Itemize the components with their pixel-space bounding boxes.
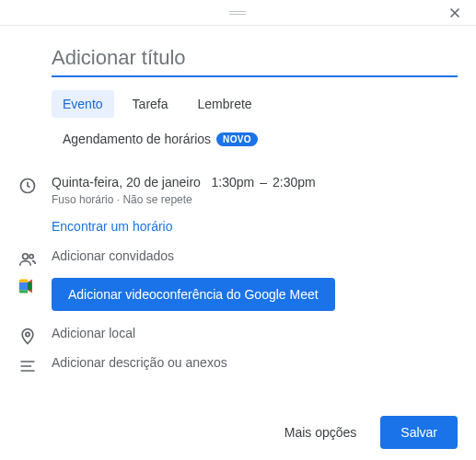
tab-task[interactable]: Tarefa — [122, 90, 180, 118]
description-icon — [18, 357, 37, 375]
end-time: 2:30pm — [273, 175, 316, 190]
svg-point-1 — [23, 254, 29, 259]
svg-point-3 — [26, 332, 29, 336]
clock-icon — [18, 177, 37, 195]
save-button[interactable]: Salvar — [380, 416, 458, 449]
title-input[interactable] — [52, 40, 458, 77]
tab-scheduling-label: Agendamento de horários — [63, 132, 211, 146]
find-time-link[interactable]: Encontrar um horário — [52, 219, 316, 234]
start-time: 1:30pm — [212, 175, 255, 190]
timezone-label: Fuso horário — [52, 193, 113, 206]
tab-scheduling[interactable]: Agendamento de horários NOVO — [52, 125, 269, 153]
description-field[interactable]: Adicionar descrição ou anexos — [52, 355, 227, 370]
tab-reminder[interactable]: Lembrete — [187, 90, 263, 118]
add-meet-button[interactable]: Adicionar videoconferência do Google Mee… — [52, 278, 335, 311]
guests-field[interactable]: Adicionar convidados — [52, 248, 174, 263]
event-date: Quinta-feira, 20 de janeiro — [52, 175, 201, 190]
time-separator: – — [260, 175, 267, 190]
more-options-button[interactable]: Mais opções — [272, 416, 370, 449]
recurrence-label: Não se repete — [122, 193, 192, 206]
date-time-line[interactable]: Quinta-feira, 20 de janeiro 1:30pm–2:30p… — [52, 175, 316, 190]
location-icon — [18, 328, 37, 346]
tab-event[interactable]: Evento — [52, 90, 114, 118]
close-button[interactable] — [443, 1, 467, 25]
drag-handle[interactable] — [229, 8, 248, 17]
timezone-recurrence[interactable]: Fuso horário · Não se repete — [52, 193, 316, 206]
people-icon — [18, 250, 37, 269]
meet-icon — [18, 278, 37, 294]
svg-point-2 — [29, 255, 33, 259]
new-badge: NOVO — [216, 132, 258, 146]
location-field[interactable]: Adicionar local — [52, 326, 135, 340]
close-icon — [447, 5, 463, 21]
